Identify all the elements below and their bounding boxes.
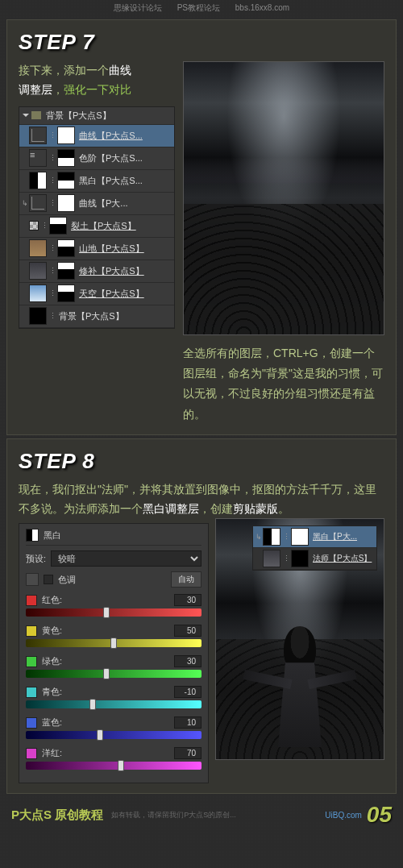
preset-label: 预设: xyxy=(26,553,46,565)
color-swatch xyxy=(26,625,37,637)
color-slider-row: 洋红:70 xyxy=(26,747,202,770)
mask-thumb[interactable] xyxy=(57,284,75,302)
brand: P大点S 原创教程 xyxy=(11,808,103,823)
step8-text: 现在，我们抠出"法师"，并将其放置到图像中，抠图的方法千千万，这里不多说。为法师… xyxy=(19,480,384,519)
mask-thumb[interactable] xyxy=(49,217,67,235)
mask-thumb[interactable] xyxy=(57,262,75,280)
color-slider[interactable] xyxy=(26,639,202,647)
layer-name[interactable]: 色阶【P大点S... xyxy=(77,152,172,164)
layer-row[interactable]: ⋮裂土【P大点S】 xyxy=(19,215,174,238)
layer-name[interactable]: 修补【P大点S】 xyxy=(77,265,172,277)
link-icon: ⋮ xyxy=(41,222,48,230)
color-value[interactable]: 50 xyxy=(174,625,202,637)
folder-icon xyxy=(31,111,41,119)
layer-name[interactable]: 黑白【P大... xyxy=(311,531,375,542)
link-icon: ⋮ xyxy=(49,312,56,320)
color-slider[interactable] xyxy=(26,608,202,617)
color-label: 黄色: xyxy=(42,625,62,637)
layer-row[interactable]: ⋮曲线【P大点S... xyxy=(19,125,174,147)
color-label: 蓝色: xyxy=(42,716,62,729)
color-slider-row: 绿色:30 xyxy=(26,655,202,678)
color-label: 洋红: xyxy=(42,747,62,759)
step8-title: STEP 8 xyxy=(19,449,384,474)
layer-row[interactable]: ⋮修补【P大点S】 xyxy=(19,260,174,283)
color-value[interactable]: -10 xyxy=(174,686,202,698)
color-swatch xyxy=(26,748,37,759)
color-value[interactable]: 30 xyxy=(174,594,202,606)
mask-thumb[interactable] xyxy=(57,194,75,212)
layer-thumb xyxy=(29,284,47,302)
clip-icon: ↳ xyxy=(21,199,29,207)
wm-a: 思缘设计论坛 xyxy=(114,3,162,12)
bw-adj-icon xyxy=(263,528,280,546)
layer-row[interactable]: ↳⋮黑白【P大... xyxy=(253,526,376,548)
mask-thumb[interactable] xyxy=(291,550,309,567)
layer-thumb xyxy=(29,262,47,280)
link-icon: ⋮ xyxy=(49,131,56,139)
link-icon: ⋮ xyxy=(49,244,56,252)
slider-knob[interactable] xyxy=(103,668,110,679)
color-value[interactable]: 30 xyxy=(174,655,202,667)
layer-group-header[interactable]: 背景【P大点S】 xyxy=(19,107,174,125)
tint-checkbox[interactable] xyxy=(44,575,53,584)
layer-name[interactable]: 背景【P大点S】 xyxy=(57,310,172,322)
color-slider[interactable] xyxy=(26,731,202,739)
layer-row[interactable]: ↳⋮曲线【P大... xyxy=(19,193,174,215)
layer-name[interactable]: 天空【P大点S】 xyxy=(77,288,172,300)
mage-figure xyxy=(247,626,352,747)
step8-preview: ↳⋮黑白【P大...⋮法师【P大点S】 xyxy=(215,518,384,760)
color-value[interactable]: 10 xyxy=(174,716,202,729)
step7-box: STEP 7 接下来，添加一个曲线 调整层，强化一下对比 背景【P大点S】 ⋮曲… xyxy=(6,19,397,435)
color-swatch xyxy=(26,717,37,729)
layer-name[interactable]: 法师【P大点S】 xyxy=(311,553,375,564)
mask-thumb[interactable] xyxy=(57,239,75,257)
color-swatch xyxy=(26,595,37,606)
layer-name[interactable]: 曲线【P大点S... xyxy=(77,130,172,142)
mask-thumb[interactable] xyxy=(57,127,75,144)
mask-thumb[interactable] xyxy=(291,528,309,546)
mini-layers-panel[interactable]: ↳⋮黑白【P大...⋮法师【P大点S】 xyxy=(252,525,377,571)
tint-label: 色调 xyxy=(58,574,76,586)
color-slider-row: 蓝色:10 xyxy=(26,716,202,739)
layer-row[interactable]: ⋮天空【P大点S】 xyxy=(19,283,174,305)
step7-preview xyxy=(183,61,384,335)
layer-row[interactable]: ≡⋮色阶【P大点S... xyxy=(19,147,174,170)
wm-b: PS教程论坛 xyxy=(177,3,220,12)
slider-knob[interactable] xyxy=(118,760,124,771)
hand-tool-icon[interactable] xyxy=(26,573,39,586)
slider-knob[interactable] xyxy=(89,699,96,710)
layer-name[interactable]: 黑白【P大点S... xyxy=(77,175,172,187)
slider-knob[interactable] xyxy=(97,729,103,741)
page-number: 05 xyxy=(367,802,392,828)
layer-thumb xyxy=(29,221,39,230)
color-slider[interactable] xyxy=(26,762,202,770)
bw-adj-icon xyxy=(29,172,47,189)
footer: P大点S 原创教程 如有转载，请保留我们P大点S的原创... UiBQ.com … xyxy=(0,797,403,833)
link-icon: ⋮ xyxy=(49,199,56,207)
layer-row[interactable]: ⋮山地【P大点S】 xyxy=(19,238,174,260)
layer-name[interactable]: 裂土【P大点S】 xyxy=(69,220,172,232)
uib-watermark: UiBQ.com xyxy=(325,811,362,820)
color-slider[interactable] xyxy=(26,700,202,708)
color-slider[interactable] xyxy=(26,670,202,678)
color-swatch xyxy=(26,656,37,667)
layer-row[interactable]: ⋮背景【P大点S】 xyxy=(19,305,174,328)
levels-icon: ≡ xyxy=(29,149,47,167)
layer-name[interactable]: 曲线【P大... xyxy=(77,197,172,210)
slider-knob[interactable] xyxy=(110,638,117,649)
auto-button[interactable]: 自动 xyxy=(171,571,202,588)
layers-panel[interactable]: 背景【P大点S】 ⋮曲线【P大点S...≡⋮色阶【P大点S...⋮黑白【P大点S… xyxy=(19,106,175,329)
mask-thumb[interactable] xyxy=(57,149,75,167)
layer-thumb xyxy=(29,307,47,325)
color-value[interactable]: 70 xyxy=(174,747,202,759)
bw-adjustment-panel[interactable]: 黑白 预设: 较暗 色调 自动 红色:30黄色:50绿色:30青色:-10蓝色:… xyxy=(19,523,209,783)
preset-select[interactable]: 较暗 xyxy=(51,550,202,567)
layer-row[interactable]: ⋮法师【P大点S】 xyxy=(253,548,376,570)
layer-name[interactable]: 山地【P大点S】 xyxy=(77,243,172,255)
link-icon: ⋮ xyxy=(49,289,56,297)
slider-knob[interactable] xyxy=(103,607,110,618)
group-name[interactable]: 背景【P大点S】 xyxy=(44,110,171,122)
collapse-icon[interactable] xyxy=(23,114,29,117)
mask-thumb[interactable] xyxy=(57,172,75,189)
layer-row[interactable]: ⋮黑白【P大点S... xyxy=(19,170,174,193)
